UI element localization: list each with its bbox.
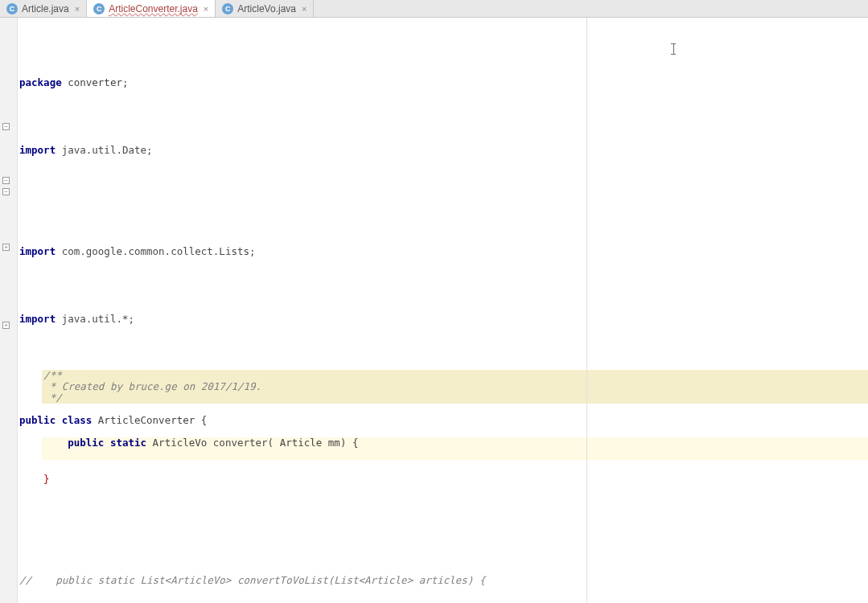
tab-article-vo[interactable]: C ArticleVo.java × <box>216 0 314 17</box>
fold-collapse-icon[interactable]: − <box>2 188 10 195</box>
code-text: converter; <box>68 76 128 88</box>
code-text <box>18 280 868 291</box>
code-text <box>42 449 868 460</box>
code-text: ArticleVo <box>153 437 213 449</box>
class-icon: C <box>93 3 105 14</box>
code-text: import <box>19 144 62 156</box>
code-text: // public static List<ArticleVo> convert… <box>18 575 868 586</box>
tab-article-converter[interactable]: C ArticleConverter.java × <box>87 0 216 17</box>
code-text: com.google.common.collect.Lists; <box>62 245 256 257</box>
fold-expand-icon[interactable]: + <box>2 322 10 329</box>
class-icon: C <box>222 3 233 14</box>
tab-article[interactable]: C Article.java × <box>0 0 87 17</box>
code-text: ArticleConverter { <box>98 414 207 426</box>
fold-expand-icon[interactable]: + <box>2 244 10 251</box>
gutter[interactable]: −−−++ <box>0 18 18 603</box>
code-text: import <box>19 245 62 257</box>
code-text: * Created by bruce.ge on 2017/1/19. <box>42 381 868 392</box>
close-icon[interactable]: × <box>73 4 81 14</box>
tab-bar: C Article.java × C ArticleConverter.java… <box>0 0 868 18</box>
code-text: converter <box>213 437 268 449</box>
close-icon[interactable]: × <box>300 4 308 14</box>
code-text: import <box>19 313 62 325</box>
code-text: java.util.Date; <box>62 144 153 156</box>
code-text <box>18 178 868 190</box>
code-text: /** <box>42 370 868 381</box>
tab-label: Article.java <box>22 3 69 14</box>
editor: −−−++ package converter; import java.uti… <box>0 18 868 603</box>
right-margin-guide <box>586 18 587 603</box>
code-text <box>18 347 868 359</box>
code-text: ( Article mm) { <box>268 437 359 449</box>
code-text <box>18 111 868 122</box>
fold-collapse-icon[interactable]: − <box>2 123 10 130</box>
close-icon[interactable]: × <box>202 4 210 14</box>
code-text: */ <box>42 392 868 404</box>
class-icon: C <box>6 3 18 14</box>
code-text: package <box>19 76 68 88</box>
text-cursor-icon <box>673 43 674 55</box>
code-area[interactable]: package converter; import java.util.Date… <box>18 18 868 603</box>
code-text: public static <box>43 437 152 449</box>
code-text <box>18 541 868 552</box>
fold-collapse-icon[interactable]: − <box>2 177 10 184</box>
code-text: java.util.*; <box>62 313 134 325</box>
code-text: } <box>19 473 50 485</box>
code-text <box>18 212 868 224</box>
code-text <box>18 507 868 519</box>
tab-label: ArticleVo.java <box>237 3 296 14</box>
code-text: public class <box>19 414 98 426</box>
tab-label: ArticleConverter.java <box>109 3 198 14</box>
